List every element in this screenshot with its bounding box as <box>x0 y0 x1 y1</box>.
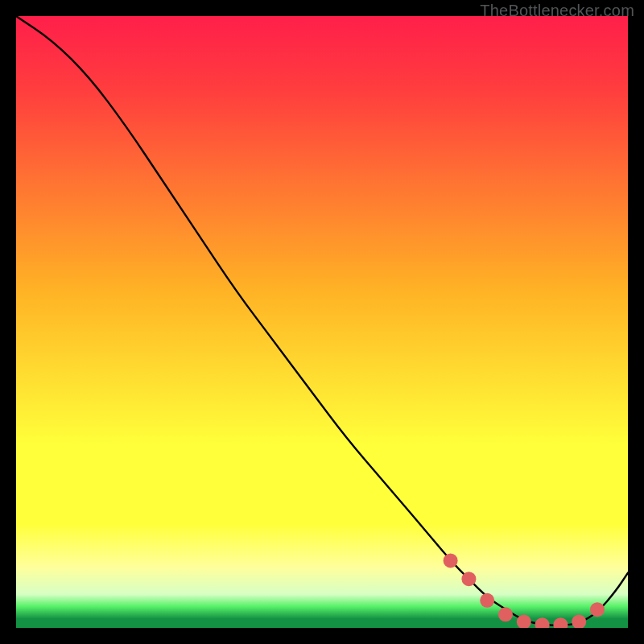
bottleneck-curve-plot <box>16 16 628 628</box>
watermark-text: TheBottlenecker.com <box>480 2 634 20</box>
chart-container: TheBottlenecker.com <box>0 0 644 644</box>
